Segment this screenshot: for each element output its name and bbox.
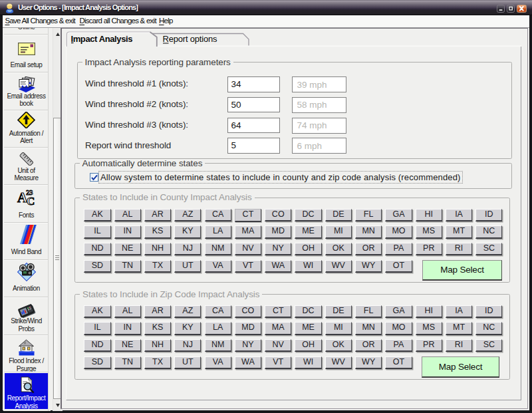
svg-text:C: C: [27, 195, 35, 206]
svg-text:Report options: Report options: [163, 34, 217, 44]
svg-text:Impact Analysis: Impact Analysis: [71, 34, 133, 44]
